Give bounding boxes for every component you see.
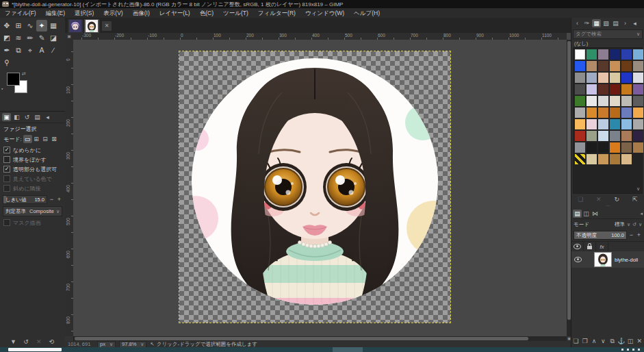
pattern-swatch[interactable]	[621, 108, 632, 118]
foreground-color-swatch[interactable]	[7, 73, 20, 86]
ink-tool[interactable]: ✒	[1, 45, 12, 56]
layer-row-blythe-doll[interactable]: blythe-doll	[571, 251, 644, 268]
pattern-swatch[interactable]	[587, 142, 597, 153]
threshold-decrease-button[interactable]: −	[49, 196, 55, 203]
menu-画像(I)[interactable]: 画像(I)	[128, 8, 155, 18]
menu-ファイル(F)[interactable]: ファイル(F)	[0, 8, 41, 18]
pattern-swatch[interactable]	[598, 131, 608, 141]
close-image-icon[interactable]: ✕	[102, 21, 112, 31]
pattern-swatch[interactable]	[621, 73, 632, 83]
tab-device-status[interactable]: ◧	[12, 113, 21, 121]
tab-layers[interactable]: ▤	[573, 210, 582, 218]
pattern-swatch[interactable]	[575, 154, 585, 164]
anchor-layer-button[interactable]: ⚓	[617, 337, 626, 345]
pattern-swatch[interactable]	[621, 61, 632, 71]
save-tool-preset-button[interactable]: ▼	[9, 338, 18, 346]
option-select-transparent[interactable]: ✓透明部分も選択可	[0, 164, 65, 174]
pattern-swatch[interactable]	[587, 49, 597, 60]
tool-options-dock-menu[interactable]: ◂	[43, 113, 52, 121]
horizontal-scrollbar-thumb[interactable]	[75, 337, 528, 340]
menu-選択(S)[interactable]: 選択(S)	[70, 8, 99, 18]
pattern-swatch[interactable]	[575, 84, 585, 95]
pattern-swatch[interactable]	[587, 61, 597, 71]
horizontal-scrollbar[interactable]	[73, 336, 567, 341]
tab-tool-options[interactable]: ▣	[2, 113, 11, 121]
pattern-swatch[interactable]	[610, 73, 620, 83]
paintbrush-tool[interactable]: ✎	[36, 32, 47, 44]
pattern-list-expander[interactable]: ∨	[636, 186, 640, 192]
menu-ツール(T)[interactable]: ツール(T)	[218, 8, 253, 18]
tab-undo-history[interactable]: ↺	[23, 113, 31, 121]
image-tab-1[interactable]	[68, 19, 83, 33]
pattern-swatch[interactable]	[598, 49, 608, 60]
pattern-swatch[interactable]	[633, 142, 643, 153]
pattern-swatch[interactable]	[610, 154, 620, 164]
pattern-swatch[interactable]	[633, 108, 643, 118]
selection-mode-intersect[interactable]: ⊠	[50, 135, 59, 143]
reset-colors-icon[interactable]: ▪	[1, 86, 3, 91]
zoom-dropdown[interactable]: 97.8% ∨	[119, 341, 146, 348]
option-feather-edges[interactable]: 境界をぼかす	[0, 155, 65, 164]
pattern-swatch[interactable]	[598, 96, 608, 106]
lock-header-cell[interactable]	[584, 242, 596, 251]
delete-pattern-button[interactable]: ✕	[594, 195, 603, 203]
unit-dropdown[interactable]: px ∨	[97, 341, 116, 348]
pattern-swatch[interactable]	[598, 154, 608, 164]
select-by-dropdown[interactable]: 判定基準 Composite ∨	[3, 206, 62, 216]
pattern-swatch[interactable]	[610, 119, 620, 129]
layer-mode-dropdown[interactable]: 標準	[615, 221, 625, 228]
pattern-swatch[interactable]	[633, 131, 643, 141]
tab-patterns[interactable]: ▦	[592, 19, 601, 27]
pattern-swatch[interactable]	[621, 142, 632, 153]
crop-tool[interactable]: ▦	[48, 20, 59, 32]
transform-tool[interactable]: ◩	[1, 32, 12, 44]
pattern-swatch[interactable]	[575, 61, 585, 71]
fuzzy-select-tool[interactable]: ✦	[36, 20, 47, 32]
pattern-swatch[interactable]	[621, 84, 632, 95]
menu-フィルター(R)[interactable]: フィルター(R)	[253, 8, 300, 18]
pattern-swatch[interactable]	[610, 84, 620, 95]
tab-channels[interactable]: ◫	[582, 210, 591, 218]
pattern-swatch[interactable]	[575, 142, 585, 153]
tab-brushes[interactable]: ✑	[582, 19, 591, 27]
pattern-swatch[interactable]	[598, 84, 608, 95]
pattern-swatch[interactable]	[610, 142, 620, 153]
taskbar-search-box[interactable]	[8, 348, 62, 351]
pattern-swatch[interactable]	[621, 96, 632, 106]
open-pattern-folder-button[interactable]: ⇱	[630, 195, 639, 203]
clone-tool[interactable]: ⧉	[13, 45, 24, 56]
scroll-tabs-right-arrow[interactable]: ›	[621, 19, 630, 27]
pencil-tool[interactable]: ✏	[25, 32, 36, 44]
menu-ヘルプ(H)[interactable]: ヘルプ(H)	[349, 8, 385, 18]
image-tab-2-active[interactable]	[84, 19, 99, 33]
selection-mode-subtract[interactable]: ⊟	[41, 135, 50, 143]
new-layer-group-button[interactable]: ❐	[580, 337, 589, 345]
quick-mask-toggle[interactable]	[65, 336, 74, 341]
pattern-swatch[interactable]	[633, 84, 643, 95]
opacity-slider[interactable]: 不透明度 100.0	[574, 231, 627, 240]
option-diagonal-neighbors[interactable]: 斜めに隣接	[0, 184, 65, 193]
option-diagonal-neighbors-checkbox[interactable]	[3, 185, 10, 192]
visibility-header-cell[interactable]	[571, 242, 584, 251]
pattern-swatch[interactable]	[575, 73, 585, 83]
opacity-increase-button[interactable]: +	[636, 231, 642, 239]
paths-tool[interactable]: ⌖	[25, 45, 36, 56]
tab-paths[interactable]: ⋈	[591, 210, 600, 218]
pattern-swatch[interactable]	[621, 154, 632, 164]
pattern-swatch[interactable]	[575, 119, 585, 129]
option-antialiasing-checkbox[interactable]: ✓	[3, 147, 10, 153]
patterns-dock-menu[interactable]: ◂	[630, 19, 639, 27]
pattern-swatch[interactable]	[575, 108, 585, 118]
pattern-swatch[interactable]	[587, 108, 597, 118]
delete-layer-button[interactable]: ✕	[635, 337, 644, 345]
pattern-swatch[interactable]	[587, 131, 597, 141]
pattern-swatch[interactable]	[587, 73, 597, 83]
taskbar-running-app[interactable]	[333, 347, 363, 352]
pattern-swatch[interactable]	[633, 73, 643, 83]
duplicate-layer-button[interactable]: ⧉	[608, 337, 617, 345]
pattern-swatch[interactable]	[610, 108, 620, 118]
move-tool[interactable]: ✥	[1, 20, 12, 32]
canvas-image[interactable]	[179, 51, 450, 323]
threshold-slider[interactable]: しきい値 15.0	[3, 195, 47, 204]
pattern-swatch[interactable]	[610, 61, 620, 71]
